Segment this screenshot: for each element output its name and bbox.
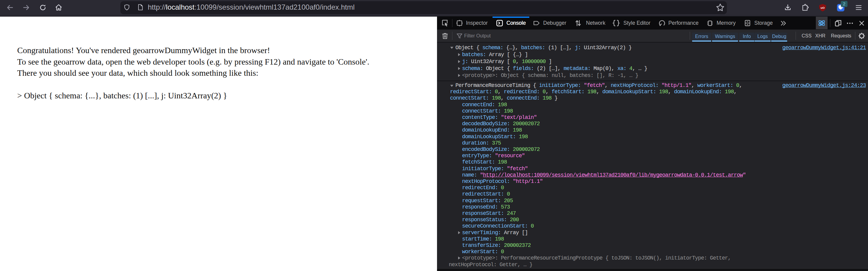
svg-text:uO: uO [820, 6, 825, 9]
